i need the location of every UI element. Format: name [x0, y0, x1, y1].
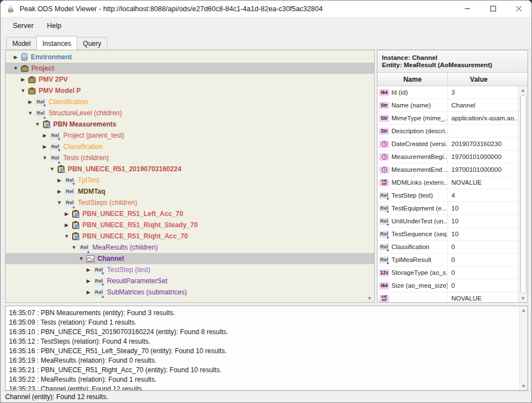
property-value: 20190703160230: [448, 140, 519, 147]
tree-item-pbn-unece-r51-riqht-steady-70[interactable]: ▶PBN_UNECE_R51_Riqht_Steady_70: [6, 219, 374, 231]
collapse-icon[interactable]: ▼: [34, 121, 41, 127]
tree-item-environment[interactable]: ▶Environment: [6, 51, 374, 63]
tab-model[interactable]: Model: [6, 37, 37, 50]
scroll-down-icon[interactable]: ▼: [519, 294, 528, 302]
tree-item-structurelevel-children[interactable]: ▼Rel▲StructureLevel (children): [6, 107, 374, 119]
property-row-name-name[interactable]: StrName (name)Channel: [377, 99, 519, 112]
scroll-up-icon[interactable]: ▲: [519, 86, 528, 94]
expand-icon[interactable]: ▶: [85, 289, 92, 295]
log-scrollbar[interactable]: ▲ ▼: [519, 306, 528, 390]
collapse-icon[interactable]: ▼: [12, 65, 19, 71]
column-name[interactable]: Name: [377, 73, 448, 86]
collapse-icon[interactable]: ▼: [56, 200, 63, 205]
column-value[interactable]: Value: [448, 73, 510, 86]
property-row-measurementbegi[interactable]: MeasurementBegi...19700101000000: [377, 151, 519, 163]
close-button[interactable]: [506, 1, 531, 17]
property-row-tplmearesult[interactable]: Rel▼TplMeaResult0: [377, 254, 519, 266]
property-row-mimetype-mime[interactable]: StrMimeType (mime_...application/x-asam.…: [377, 112, 519, 125]
property-row-testequipment-e[interactable]: Rel▼TestEquipment (e...10: [377, 202, 519, 215]
expand-icon[interactable]: ▶: [56, 177, 63, 183]
minimize-button[interactable]: [454, 1, 480, 17]
tree-item-project[interactable]: ▼Project: [6, 63, 374, 74]
expand-icon[interactable]: ▶: [85, 278, 92, 284]
menu-server[interactable]: Server: [7, 20, 39, 32]
expand-icon[interactable]: ▶: [63, 222, 70, 228]
tree-item-project-parent-test[interactable]: ▶Rel▼Project (parent_test): [6, 130, 374, 141]
tree-item-pbn-unece-r51-riqht-acc-70[interactable]: ▼PBN_UNECE_R51_Riqht_Acc_70: [6, 231, 374, 242]
channel-icon: [86, 255, 95, 263]
tree-item-mdmtaq[interactable]: ▶RelMDMTaq: [6, 186, 374, 197]
tree-item-tests-children[interactable]: ▼Rel▲Tests (children): [6, 152, 374, 163]
relation-icon: Rel▲: [79, 244, 90, 251]
property-name: DateCreated (versi...: [391, 140, 448, 147]
collapse-icon[interactable]: ▼: [27, 110, 34, 116]
collapse-icon[interactable]: ▼: [20, 88, 26, 93]
property-row-description-descri[interactable]: StrDescription (descri...: [377, 125, 519, 138]
tree-item-icon: [72, 221, 80, 229]
database-icon: [21, 53, 28, 61]
tree-item-channel[interactable]: ▼Channel: [6, 253, 374, 264]
property-row-unitundertest-un[interactable]: Rel▼UnitUnderTest (un...10: [377, 215, 519, 228]
property-row-measurementend[interactable]: MeasurementEnd ...19700101000000: [377, 163, 519, 176]
tree-item-classification[interactable]: ▶Rel▼Classification: [6, 96, 374, 107]
tree-item-teststeps-children[interactable]: ▼Rel▲TestSteps (children): [6, 197, 374, 208]
tree-item-pmv-model-p[interactable]: ▼PMV Model P: [6, 85, 374, 96]
property-row-extref[interactable]: extrefNOVALUE: [377, 292, 519, 302]
property-value: 4: [448, 192, 519, 199]
log-line: 16:35:16 : PBN_UNECE_R51_Left_Steady_70 …: [9, 346, 528, 356]
collapse-icon[interactable]: ▼: [41, 155, 48, 161]
expand-icon[interactable]: ▶: [27, 99, 34, 105]
expand-icon[interactable]: ▶: [12, 54, 19, 60]
property-row-mdmlinks-extern[interactable]: extrefMDMLinks (extern...NOVALUE: [377, 176, 519, 189]
tree-item-tpltest[interactable]: ▶Rel▼TplTest: [6, 175, 374, 186]
relation-type-icon: Rel▼: [379, 231, 389, 238]
tree-item-icon: [21, 53, 28, 61]
collapse-icon[interactable]: ▼: [63, 233, 70, 239]
tree-item-icon: Rel▼: [94, 278, 104, 285]
tree-item-icon: Rel: [64, 188, 75, 195]
property-row-id-id[interactable]: i64Id (id)3: [377, 86, 519, 99]
string-type-icon: Str: [379, 102, 389, 109]
scroll-thumb[interactable]: [520, 95, 526, 294]
expand-icon[interactable]: ▶: [20, 77, 26, 82]
tree-item-pbn-measurements[interactable]: ▼PBN Measurements: [6, 119, 374, 130]
maximize-button[interactable]: [480, 1, 506, 17]
property-row-teststep-test[interactable]: Rel▼TestStep (test)4: [377, 189, 519, 202]
clipboard-icon: [72, 221, 80, 229]
collapse-icon[interactable]: ▼: [71, 245, 77, 250]
log-lines: 16:35:07 : PBN Measurements (entity): Fo…: [9, 308, 528, 391]
tree-scroll-down-icon[interactable]: ▼: [366, 294, 374, 302]
expand-icon[interactable]: ▶: [56, 189, 63, 194]
expand-icon[interactable]: ▶: [41, 144, 48, 149]
expand-icon[interactable]: ▶: [63, 211, 70, 217]
tree-item-submatrices-submatrices[interactable]: ▶Rel▲SubMatrices (submatrices): [6, 287, 374, 298]
property-value: Channel: [448, 102, 519, 109]
property-row-classification[interactable]: Rel▼Classification0: [377, 241, 519, 254]
tree-item-mearesults-children[interactable]: ▼Rel▲MeaResults (children): [6, 242, 374, 253]
property-row-datecreated-versi[interactable]: DateCreated (versi...20190703160230: [377, 138, 519, 151]
collapse-icon[interactable]: ▼: [78, 256, 85, 261]
property-name: MeasurementEnd ...: [391, 166, 448, 173]
tree-item-label: TestStep (test): [107, 266, 150, 274]
log-scroll-down-icon[interactable]: ▼: [520, 382, 528, 390]
inspector-scrollbar[interactable]: ▲ ▼: [518, 86, 528, 302]
collapse-icon[interactable]: ▼: [49, 166, 55, 172]
tree-item-resultparameterset[interactable]: ▶Rel▼ResultParameterSet: [6, 275, 374, 287]
tab-query[interactable]: Query: [77, 37, 108, 50]
menu-help[interactable]: Help: [41, 20, 67, 32]
relation-type-icon: Rel▼: [379, 192, 389, 199]
tab-instances[interactable]: Instances: [36, 36, 77, 50]
expand-icon[interactable]: ▶: [41, 133, 48, 138]
app-icon: [6, 4, 15, 13]
expand-icon[interactable]: ▶: [85, 267, 92, 273]
tree-item-pbn-unece-r51-left-acc-70[interactable]: ▶PBN_UNECE_R51_Left_Acc_70: [6, 208, 374, 219]
property-row-storagetype-ao-s[interactable]: 123StorageType (ao_s...0: [377, 266, 519, 279]
log-scroll-up-icon[interactable]: ▲: [520, 306, 528, 314]
property-row-size-ao-mea-size[interactable]: i64Size (ao_mea_size)0: [377, 279, 519, 292]
property-row-testsequence-seq[interactable]: Rel▼TestSequence (seq...10: [377, 228, 519, 241]
tree-item-pbn-unece-r51-20190703160224[interactable]: ▼PBN_UNECE_R51_20190703160224: [6, 163, 374, 175]
tree-item-classification[interactable]: ▶Rel▼Classification: [6, 141, 374, 152]
property-value: 3: [448, 89, 519, 96]
tree-item-pmv-2pv[interactable]: ▶PMV 2PV: [6, 74, 374, 85]
tree-item-teststep-test[interactable]: ▶Rel▼TestStep (test): [6, 264, 374, 275]
